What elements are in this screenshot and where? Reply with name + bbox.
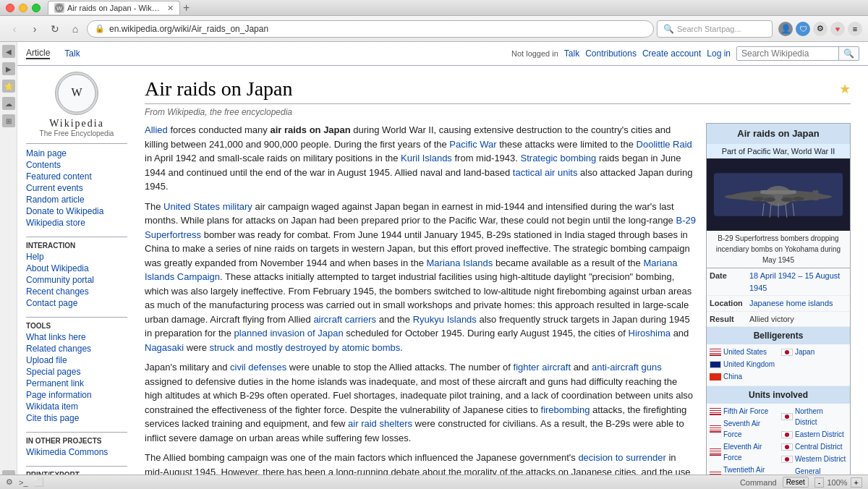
nav-about[interactable]: About Wikipedia xyxy=(26,263,127,273)
nav-related-changes[interactable]: Related changes xyxy=(26,344,127,354)
browser-icons: 👤 🛡 ⚙ ♥ ≡ xyxy=(778,22,862,36)
wiki-logo-area: W Wikipedia The Free Encyclopedia Main p… xyxy=(17,66,868,489)
reset-button[interactable]: Reset xyxy=(783,477,809,488)
nav-contents[interactable]: Contents xyxy=(26,160,127,170)
nav-recent-changes[interactable]: Recent changes xyxy=(26,286,127,297)
wiki-header: Article Talk Not logged in Talk Contribu… xyxy=(17,42,868,66)
uk-flag xyxy=(710,361,721,368)
tools-header: Tools xyxy=(26,322,127,330)
svg-rect-11 xyxy=(813,190,819,200)
wiki-search[interactable]: 🔍 xyxy=(736,46,859,61)
status-right: Command Reset - 100% + xyxy=(740,477,862,488)
nav-store[interactable]: Wikipedia store xyxy=(26,218,127,228)
zoom-in-button[interactable]: + xyxy=(851,477,862,488)
wiki-left-nav: W Wikipedia The Free Encyclopedia Main p… xyxy=(26,72,127,489)
belligerents-header: Belligerents xyxy=(707,327,850,344)
back-button[interactable]: ‹ xyxy=(6,20,23,38)
nav-main-page[interactable]: Main page xyxy=(26,148,127,158)
search-box[interactable]: 🔍 Search Startpag... xyxy=(657,20,773,38)
traffic-lights xyxy=(6,4,41,12)
interaction-header: Interaction xyxy=(26,242,127,250)
wiki-search-input[interactable] xyxy=(737,47,838,60)
nav-wikidata[interactable]: Wikidata item xyxy=(26,401,127,412)
extensions-icon[interactable]: ⚙ xyxy=(813,22,827,36)
infobox-location-row: Location Japanese home islands xyxy=(707,296,850,312)
infobox-subtitle: Part of Pacific War, World War II xyxy=(707,144,850,159)
allied-belligerents: United States United Kingdom China xyxy=(707,344,778,386)
nav-talk[interactable]: Talk xyxy=(64,48,80,59)
us-flag-units2 xyxy=(710,425,721,433)
new-tab-button[interactable]: + xyxy=(183,1,190,14)
us-flag-units xyxy=(710,408,721,415)
zoom-control: - 100% + xyxy=(814,477,862,488)
nav-help[interactable]: Help xyxy=(26,252,127,262)
nav-wikimedia[interactable]: Wikimedia Commons xyxy=(26,447,127,457)
create-account-link[interactable]: Create account xyxy=(642,48,701,59)
talk-link[interactable]: Talk xyxy=(564,48,579,59)
zoom-level: 100% xyxy=(827,478,847,487)
tab-bar: W Air raids on Japan - Wikipe... ✕ + xyxy=(48,1,862,14)
svg-point-14 xyxy=(781,197,793,202)
featured-star-icon[interactable]: ★ xyxy=(839,81,851,97)
wiki-search-button[interactable]: 🔍 xyxy=(838,47,859,60)
active-tab[interactable]: W Air raids on Japan - Wikipe... ✕ xyxy=(48,1,180,14)
home-button[interactable]: ⌂ xyxy=(67,20,84,38)
close-button[interactable] xyxy=(6,4,14,12)
refresh-button[interactable]: ↻ xyxy=(46,20,64,38)
dev-tools-icon[interactable]: ⚙ xyxy=(6,477,13,487)
svg-rect-8 xyxy=(760,190,796,194)
nav-special-pages[interactable]: Special pages xyxy=(26,367,127,377)
not-logged-in: Not logged in xyxy=(511,49,558,58)
nav-section-interaction: Interaction Help About Wikipedia Communi… xyxy=(26,242,127,308)
sidebar-icon-1[interactable]: ◀ xyxy=(2,45,15,58)
article-subtitle: From Wikipedia, the free encyclopedia xyxy=(145,107,851,117)
nav-cite[interactable]: Cite this page xyxy=(26,413,127,423)
nav-article[interactable]: Article xyxy=(26,48,50,59)
sidebar-icon-4[interactable]: ☁ xyxy=(2,97,15,110)
url-bar[interactable]: 🔒 en.wikipedia.org/wiki/Air_raids_on_Jap… xyxy=(87,20,654,38)
nav-contact[interactable]: Contact page xyxy=(26,298,127,308)
wiki-actions: Not logged in Talk Contributions Create … xyxy=(511,46,859,61)
shield-icon[interactable]: 🛡 xyxy=(796,22,810,36)
titlebar: W Air raids on Japan - Wikipe... ✕ + xyxy=(0,0,868,16)
tab-close-icon[interactable]: ✕ xyxy=(167,4,174,13)
svg-point-13 xyxy=(764,197,775,202)
nav-section-main: Main page Contents Featured content Curr… xyxy=(26,148,127,228)
zoom-out-button[interactable]: - xyxy=(814,477,825,488)
log-in-link[interactable]: Log in xyxy=(707,48,731,59)
browser-sidebar: ◀ ▶ ⭐ ☁ ⊞ ⚙ xyxy=(0,42,17,489)
china-flag xyxy=(710,373,721,380)
japan-flag-units xyxy=(781,413,793,420)
nav-what-links[interactable]: What links here xyxy=(26,332,127,342)
nav-permanent-link[interactable]: Permanent link xyxy=(26,378,127,388)
nav-current-events[interactable]: Current events xyxy=(26,183,127,193)
nav-donate[interactable]: Donate to Wikipedia xyxy=(26,206,127,216)
nav-upload[interactable]: Upload file xyxy=(26,355,127,365)
sidebar-icon-2[interactable]: ▶ xyxy=(2,62,15,75)
sidebar-icon-5[interactable]: ⊞ xyxy=(2,114,15,127)
nav-page-info[interactable]: Page information xyxy=(26,390,127,400)
minimize-button[interactable] xyxy=(19,4,27,12)
svg-text:W: W xyxy=(56,5,62,12)
heart-icon[interactable]: ♥ xyxy=(830,22,845,36)
inspect-icon[interactable]: ⬜ xyxy=(34,477,44,487)
tab-title: Air raids on Japan - Wikipe... xyxy=(67,4,161,12)
url-text: en.wikipedia.org/wiki/Air_raids_on_Japan xyxy=(109,24,646,34)
menu-icon[interactable]: ≡ xyxy=(848,22,862,36)
sidebar-icon-3[interactable]: ⭐ xyxy=(2,80,15,93)
user-avatar[interactable]: 👤 xyxy=(778,22,793,36)
search-placeholder: Search Startpag... xyxy=(677,25,741,33)
https-indicator: 🔒 xyxy=(95,24,105,33)
infobox: Air raids on Japan Part of Pacific War, … xyxy=(706,123,851,489)
forward-button[interactable]: › xyxy=(26,20,43,38)
status-bar: ⚙ >_ ⬜ Command Reset - 100% + xyxy=(0,475,868,489)
maximize-button[interactable] xyxy=(32,4,41,12)
console-icon[interactable]: >_ xyxy=(19,478,28,487)
nav-random[interactable]: Random article xyxy=(26,195,127,205)
nav-community[interactable]: Community portal xyxy=(26,275,127,285)
nav-featured[interactable]: Featured content xyxy=(26,171,127,182)
tab-favicon: W xyxy=(54,3,64,13)
contributions-link[interactable]: Contributions xyxy=(585,48,637,59)
us-flag-units3 xyxy=(710,448,721,456)
infobox-date-row: Date 18 April 1942 – 15 August 1945 xyxy=(707,268,850,296)
